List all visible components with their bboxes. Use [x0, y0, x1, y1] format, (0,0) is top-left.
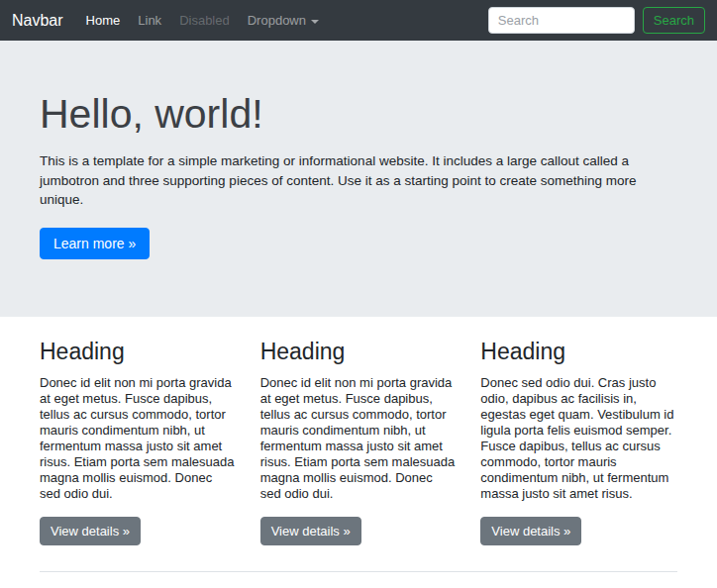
content-column-2: Heading Donec id elit non mi porta gravi… [260, 339, 458, 545]
footer-divider [40, 571, 677, 572]
view-details-button-2[interactable]: View details » [260, 517, 361, 545]
learn-more-button[interactable]: Learn more » [40, 228, 150, 259]
content-column-1: Heading Donec id elit non mi porta gravi… [40, 339, 237, 545]
content-column-3: Heading Donec sed odio dui. Cras justo o… [480, 339, 677, 545]
content-columns: Heading Donec id elit non mi porta gravi… [0, 317, 717, 545]
column-heading: Heading [480, 339, 677, 365]
column-text: Donec id elit non mi porta gravida at eg… [260, 375, 458, 502]
navbar: Navbar Home Link Disabled Dropdown Searc… [0, 0, 717, 41]
view-details-button-3[interactable]: View details » [480, 517, 581, 545]
caret-down-icon [311, 20, 319, 24]
column-text: Donec id elit non mi porta gravida at eg… [40, 375, 237, 502]
jumbotron-title: Hello, world! [40, 92, 677, 137]
view-details-button-1[interactable]: View details » [40, 517, 141, 545]
column-text: Donec sed odio dui. Cras justo odio, dap… [480, 375, 677, 502]
jumbotron: Hello, world! This is a template for a s… [0, 41, 717, 317]
search-button[interactable]: Search [643, 7, 705, 34]
nav-item-dropdown-label: Dropdown [248, 13, 306, 28]
footer: © Company 2017-2018 [0, 571, 717, 588]
navbar-menu: Home Link Disabled Dropdown [77, 7, 488, 34]
navbar-brand[interactable]: Navbar [12, 12, 63, 30]
jumbotron-description: This is a template for a simple marketin… [40, 151, 677, 210]
nav-item-disabled: Disabled [170, 7, 239, 34]
nav-item-dropdown[interactable]: Dropdown [239, 7, 328, 34]
column-heading: Heading [40, 339, 237, 365]
nav-item-home[interactable]: Home [77, 7, 130, 34]
navbar-search-form: Search [488, 7, 705, 34]
column-heading: Heading [260, 339, 458, 365]
nav-item-link[interactable]: Link [129, 7, 170, 34]
search-input[interactable] [488, 7, 635, 34]
